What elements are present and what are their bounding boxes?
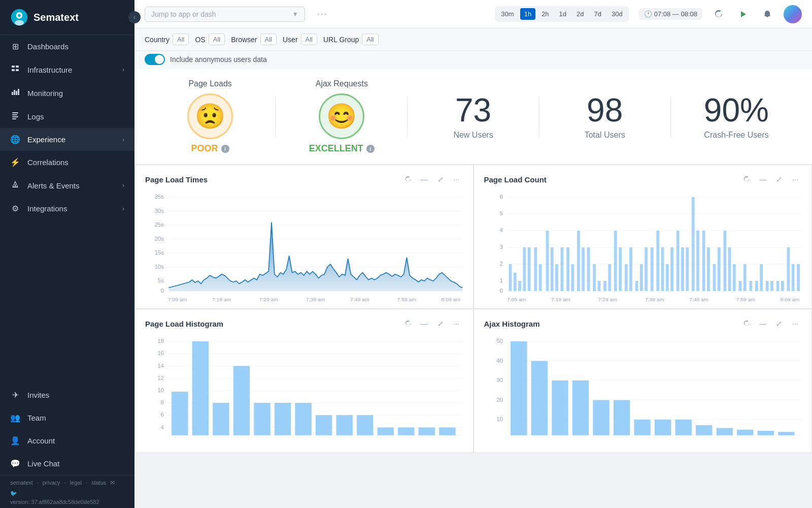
total-users-stat: 98 Total Users [550, 94, 660, 140]
os-filter-value[interactable]: All [209, 34, 225, 45]
urlgroup-filter-value[interactable]: All [362, 34, 378, 45]
browser-filter[interactable]: Browser All [231, 34, 277, 45]
svg-text:7:59 am: 7:59 am [397, 297, 417, 302]
plc-minimize-button[interactable]: — [757, 173, 769, 185]
ajax-info-icon[interactable]: i [366, 145, 375, 153]
refresh-button[interactable] [710, 6, 727, 22]
time-2h-button[interactable]: 2h [537, 8, 553, 20]
footer-sematext-link[interactable]: sematext [10, 480, 33, 486]
nav-experience[interactable]: 🌐 Experience › [0, 128, 134, 151]
nav-correlations[interactable]: ⚡ Correlations [0, 151, 134, 174]
chart-header-plh: Page Load Histogram — ⤢ ··· [145, 318, 463, 330]
crash-free-stat: 90% Crash-Free Users [681, 94, 792, 140]
nav-experience-label: Experience [27, 135, 115, 144]
svg-text:10s: 10s [154, 264, 164, 270]
collapse-sidebar-button[interactable]: ‹ [128, 11, 141, 23]
play-button[interactable] [735, 6, 751, 22]
page-loads-smiley: 😟 [187, 93, 233, 139]
nav-monitoring[interactable]: Monitoring [0, 81, 134, 105]
time-1h-button[interactable]: 1h [520, 8, 535, 20]
svg-rect-100 [738, 281, 741, 291]
svg-rect-168 [654, 420, 670, 435]
nav-alerts[interactable]: Alerts & Events › [0, 174, 134, 197]
svg-rect-58 [518, 281, 521, 291]
svg-marker-18 [741, 11, 746, 17]
svg-rect-9 [14, 90, 15, 95]
nav-team[interactable]: 👥 Team [0, 406, 134, 429]
plt-minimize-button[interactable]: — [418, 173, 430, 185]
svg-rect-4 [12, 66, 15, 68]
plc-title: Page Load Count [484, 175, 547, 184]
svg-rect-89 [681, 247, 684, 291]
search-box[interactable]: Jump to app or dash ▼ [145, 7, 305, 22]
urlgroup-filter[interactable]: URL Group All [323, 34, 379, 45]
nav-dashboards[interactable]: ⊞ Dashboards [0, 35, 134, 58]
plt-more-button[interactable]: ··· [451, 173, 463, 185]
ah-minimize-button[interactable]: — [757, 318, 769, 330]
ah-more-button[interactable]: ··· [789, 318, 801, 330]
ah-expand-button[interactable]: ⤢ [773, 318, 785, 330]
svg-rect-70 [582, 247, 585, 291]
plc-expand-button[interactable]: ⤢ [773, 173, 785, 185]
svg-rect-82 [645, 247, 648, 291]
svg-rect-91 [691, 197, 694, 291]
footer-status-link[interactable]: status [91, 480, 106, 486]
nav-logs-label: Logs [27, 112, 124, 121]
nav-invites[interactable]: ✈ Invites [0, 384, 134, 406]
more-options-button[interactable]: ··· [313, 7, 332, 21]
time-30m-button[interactable]: 30m [497, 8, 518, 20]
nav-infrastructure[interactable]: Infrastructure › [0, 58, 134, 81]
plt-refresh-button[interactable] [402, 173, 414, 185]
plc-chart-body: 6 5 4 3 2 1 0 [484, 192, 802, 303]
nav-integrations[interactable]: ⚙ Integrations › [0, 197, 134, 220]
time-2d-button[interactable]: 2d [572, 8, 588, 20]
svg-rect-73 [597, 281, 600, 291]
plh-expand-button[interactable]: ⤢ [434, 318, 447, 330]
svg-rect-10 [16, 91, 17, 95]
logs-icon [10, 111, 20, 121]
svg-text:7:39 am: 7:39 am [645, 297, 664, 302]
notifications-button[interactable] [759, 6, 775, 22]
svg-rect-93 [702, 231, 705, 291]
country-filter[interactable]: Country All [145, 34, 189, 45]
nav-livechat[interactable]: 💬 Live Chat [0, 452, 134, 475]
svg-text:16: 16 [157, 351, 164, 357]
nav-account[interactable]: 👤 Account [0, 429, 134, 452]
chevron-right-icon: › [122, 205, 124, 212]
monitoring-icon [10, 88, 20, 98]
user-filter[interactable]: User All [283, 34, 317, 45]
nav-logs[interactable]: Logs [0, 105, 134, 128]
footer-privacy-link[interactable]: privacy [43, 480, 60, 486]
country-filter-value[interactable]: All [173, 34, 189, 45]
plc-refresh-button[interactable] [740, 173, 753, 185]
svg-rect-162 [531, 361, 547, 435]
invites-icon: ✈ [10, 390, 20, 400]
time-30d-button[interactable]: 30d [607, 8, 627, 20]
svg-rect-165 [593, 400, 609, 435]
nav-alerts-label: Alerts & Events [27, 181, 115, 190]
svg-text:10: 10 [157, 387, 164, 393]
logo-icon [10, 8, 28, 26]
user-avatar[interactable] [784, 5, 802, 23]
ah-refresh-button[interactable] [740, 318, 753, 330]
svg-text:0: 0 [161, 288, 164, 294]
svg-point-17 [15, 186, 16, 187]
plt-expand-button[interactable]: ⤢ [434, 173, 447, 185]
user-filter-value[interactable]: All [301, 34, 317, 45]
plc-more-button[interactable]: ··· [789, 173, 801, 185]
svg-rect-98 [728, 247, 731, 291]
footer-legal-link[interactable]: legal [70, 480, 82, 486]
os-filter[interactable]: OS All [195, 34, 225, 45]
plh-minimize-button[interactable]: — [418, 318, 430, 330]
browser-filter-value[interactable]: All [260, 34, 277, 45]
time-7d-button[interactable]: 7d [590, 8, 605, 20]
svg-text:7:49 am: 7:49 am [689, 297, 708, 302]
plh-more-button[interactable]: ··· [451, 318, 463, 330]
search-dropdown-icon: ▼ [292, 11, 298, 18]
time-1d-button[interactable]: 1d [555, 8, 570, 20]
plh-refresh-button[interactable] [402, 318, 414, 330]
page-loads-info-icon[interactable]: i [221, 145, 229, 153]
svg-rect-140 [254, 403, 270, 435]
anon-toggle[interactable] [145, 54, 165, 65]
ajax-score: EXCELLENT i [309, 143, 375, 154]
